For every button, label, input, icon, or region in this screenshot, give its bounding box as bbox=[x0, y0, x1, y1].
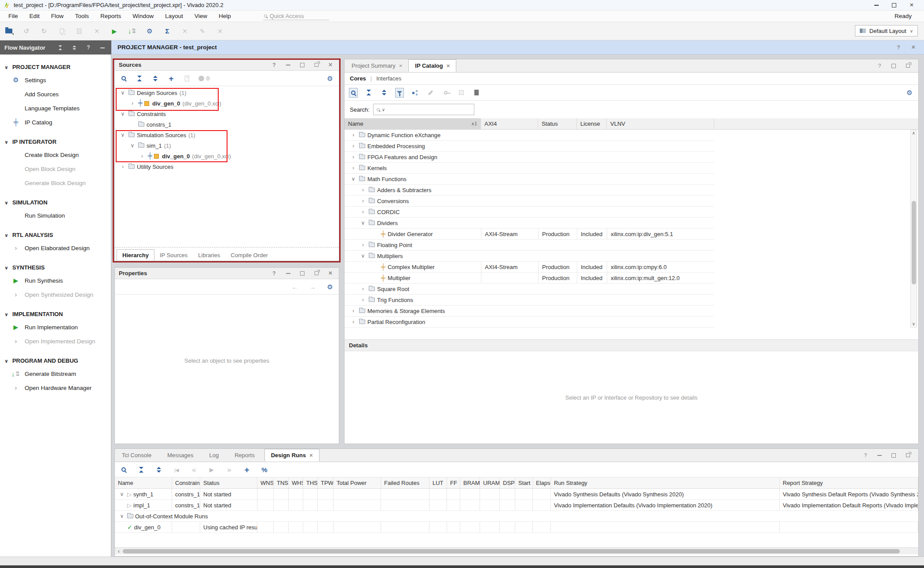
toolbar-button[interactable] bbox=[163, 26, 172, 36]
bottom-tab[interactable]: Messages bbox=[161, 449, 203, 462]
flow-nav-section-header[interactable]: RTL ANALYSIS bbox=[0, 229, 111, 241]
toolbar-button[interactable] bbox=[190, 465, 198, 474]
ip-catalog-row[interactable]: › Square Root bbox=[345, 284, 715, 295]
panel-header-button[interactable] bbox=[84, 43, 93, 52]
flow-nav-item[interactable]: Open Synthesized Design bbox=[0, 288, 111, 302]
expander-icon[interactable]: ∨ bbox=[119, 90, 126, 96]
panel-header-button[interactable] bbox=[98, 43, 107, 52]
toolbar-button[interactable] bbox=[242, 465, 251, 474]
settings-button[interactable] bbox=[905, 88, 914, 98]
settings-button[interactable] bbox=[326, 73, 334, 83]
column-header[interactable]: WNS bbox=[257, 477, 274, 488]
flow-nav-item[interactable]: Language Templates bbox=[0, 101, 111, 115]
toolbar-button[interactable] bbox=[137, 465, 146, 474]
ip-catalog-row[interactable]: › Adders & Subtracters bbox=[345, 185, 715, 196]
sources-tree-row[interactable]: ∨ Design Sources (1) bbox=[115, 87, 339, 98]
window-control-button[interactable] bbox=[868, 0, 885, 10]
flow-nav-item[interactable]: Open Elaborated Design bbox=[0, 241, 111, 255]
flow-nav-item[interactable]: Settings bbox=[0, 73, 111, 87]
toolbar-button[interactable] bbox=[135, 73, 144, 83]
panel-header-button[interactable] bbox=[312, 269, 321, 278]
column-header[interactable]: TNS bbox=[274, 477, 289, 488]
panel-header-button[interactable] bbox=[326, 269, 335, 278]
scroll-up-icon[interactable]: ∧ bbox=[912, 130, 915, 136]
panel-header-button[interactable] bbox=[903, 451, 912, 460]
sources-tab[interactable]: IP Sources bbox=[154, 250, 193, 261]
panel-header-button[interactable] bbox=[889, 451, 898, 460]
panel-header-button[interactable] bbox=[875, 451, 884, 460]
layout-selector[interactable]: Default Layout ∨ bbox=[855, 25, 918, 36]
ip-catalog-row[interactable]: Divider Generator AXI4-Stream Production… bbox=[345, 229, 715, 240]
flow-nav-item[interactable]: Run Implementation bbox=[0, 320, 111, 334]
panel-header-button[interactable] bbox=[70, 43, 79, 52]
ip-catalog-row[interactable]: › Conversions bbox=[345, 196, 715, 207]
expander-icon[interactable]: › bbox=[359, 286, 367, 292]
sources-tree-row[interactable]: ∨ Simulation Sources (1) bbox=[115, 130, 339, 140]
ip-catalog-row[interactable]: › Kernels bbox=[345, 163, 715, 174]
menu-item[interactable]: Tools bbox=[70, 11, 95, 21]
ip-search-input[interactable]: ∨ bbox=[373, 104, 474, 115]
column-header[interactable]: URAM bbox=[480, 477, 500, 488]
flow-nav-item[interactable]: Run Simulation bbox=[0, 208, 111, 222]
panel-header-button[interactable] bbox=[312, 60, 321, 70]
column-header[interactable]: LUT bbox=[429, 477, 447, 488]
scroll-down-icon[interactable]: ∨ bbox=[912, 321, 915, 327]
panel-header-button[interactable] bbox=[889, 61, 898, 71]
ip-catalog-row[interactable]: Multiplier Production Included xilinx.co… bbox=[345, 273, 715, 284]
expander-icon[interactable]: › bbox=[350, 132, 357, 138]
expander-icon[interactable]: ∨ bbox=[118, 513, 125, 519]
toolbar-button[interactable] bbox=[216, 26, 224, 36]
expander-icon[interactable]: ∨ bbox=[119, 132, 126, 138]
bottom-tab[interactable]: Tcl Console bbox=[116, 449, 161, 462]
toolbar-button[interactable] bbox=[22, 26, 31, 36]
expander-icon[interactable]: › bbox=[129, 100, 136, 106]
column-header[interactable]: FF bbox=[447, 477, 460, 488]
column-header[interactable]: Name bbox=[115, 477, 172, 488]
toolbar-button[interactable] bbox=[426, 88, 435, 98]
window-control-button[interactable] bbox=[903, 0, 920, 10]
toolbar-button[interactable] bbox=[472, 88, 481, 98]
menu-item[interactable]: Edit bbox=[24, 11, 45, 21]
menu-item[interactable]: File bbox=[3, 11, 24, 21]
ip-catalog-row[interactable]: › Embedded Processing bbox=[345, 141, 715, 152]
flow-nav-section-header[interactable]: IP INTEGRATOR bbox=[0, 135, 111, 148]
scroll-left-icon[interactable]: ‹ bbox=[115, 548, 123, 554]
column-header-name[interactable]: Name∧1 bbox=[345, 118, 481, 129]
document-tab[interactable]: Project Summary × bbox=[345, 59, 408, 72]
flow-nav-section-header[interactable]: PROJECT MANAGER bbox=[0, 61, 111, 73]
vertical-scrollbar[interactable]: ∧ ∨ bbox=[910, 130, 917, 328]
panel-header-button[interactable] bbox=[903, 61, 912, 71]
sources-tab[interactable]: Compile Order bbox=[225, 250, 273, 261]
flow-nav-item[interactable]: Open Block Design bbox=[0, 162, 111, 176]
expander-icon[interactable]: › bbox=[359, 187, 367, 193]
toolbar-button[interactable] bbox=[119, 465, 128, 474]
expander-icon[interactable]: › bbox=[359, 242, 367, 248]
menu-item[interactable]: Flow bbox=[45, 11, 70, 21]
toolbar-button[interactable] bbox=[207, 465, 216, 474]
ip-catalog-row[interactable]: Complex Multiplier AXI4-Stream Productio… bbox=[345, 262, 715, 273]
toolbar-button[interactable] bbox=[180, 26, 189, 36]
close-icon[interactable]: × bbox=[447, 62, 450, 69]
flow-nav-item[interactable]: Generate Block Design bbox=[0, 176, 111, 190]
column-header[interactable]: Start bbox=[515, 477, 533, 488]
expander-icon[interactable]: › bbox=[359, 209, 367, 215]
banner-button[interactable] bbox=[909, 43, 918, 52]
column-header[interactable]: WHS bbox=[289, 477, 303, 488]
design-run-row[interactable]: div_gen_0 Using cached IP results bbox=[115, 522, 918, 533]
flow-nav-section-header[interactable]: SYNTHESIS bbox=[0, 261, 111, 273]
toolbar-button[interactable] bbox=[40, 26, 48, 36]
column-header[interactable]: TPWS bbox=[318, 477, 334, 488]
sources-tab[interactable]: Libraries bbox=[193, 250, 225, 261]
toolbar-button[interactable] bbox=[75, 26, 84, 36]
toolbar-button[interactable] bbox=[4, 26, 13, 36]
banner-button[interactable] bbox=[894, 43, 903, 52]
column-header-axi4[interactable]: AXI4 bbox=[481, 118, 538, 129]
flow-nav-item[interactable]: Run Synthesis bbox=[0, 273, 111, 288]
toolbar-button[interactable] bbox=[260, 465, 269, 474]
bottom-tab[interactable]: Reports bbox=[228, 449, 264, 462]
column-header[interactable]: DSP bbox=[500, 477, 515, 488]
ip-catalog-row[interactable]: › Trig Functions bbox=[345, 295, 715, 306]
column-header-status[interactable]: Status bbox=[538, 118, 577, 129]
flow-nav-item[interactable]: Create Block Design bbox=[0, 148, 111, 162]
column-header[interactable]: Report Strategy bbox=[780, 477, 918, 488]
